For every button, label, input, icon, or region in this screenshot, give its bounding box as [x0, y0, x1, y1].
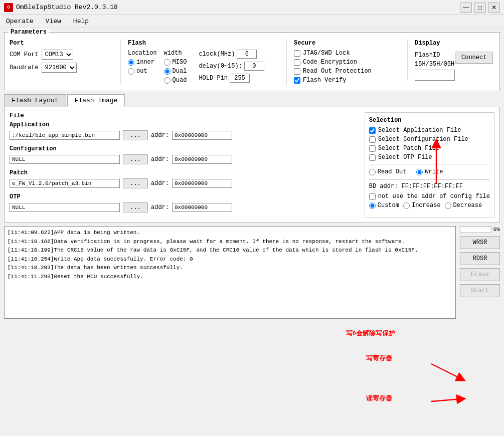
select-otp-checkbox[interactable]: [369, 154, 376, 161]
inner-radio[interactable]: [128, 59, 134, 66]
title-controls: — □ ✕: [460, 3, 500, 13]
baudrate-select[interactable]: 921600: [42, 63, 77, 73]
flashid-value: 15H/35H/05H: [415, 61, 455, 68]
out-radio[interactable]: [128, 68, 134, 75]
configuration-label: Configuration: [10, 145, 360, 152]
jtag-checkbox[interactable]: [294, 50, 300, 57]
quad-label: Quad: [173, 77, 187, 84]
custom-label: Custom: [378, 202, 399, 209]
baudrate-label: Baudrate: [10, 64, 39, 71]
connect-button[interactable]: Connect: [455, 52, 493, 64]
otp-browse[interactable]: ...: [123, 202, 148, 212]
application-browse[interactable]: ...: [123, 130, 148, 140]
select-otp-label: Select OTP File: [378, 154, 432, 161]
flashverify-checkbox[interactable]: [294, 77, 300, 84]
miso-radio[interactable]: [164, 59, 171, 66]
patch-browse[interactable]: ...: [123, 178, 148, 188]
select-app-label: Select Application File: [378, 127, 461, 134]
close-button[interactable]: ✕: [488, 3, 500, 13]
otp-path[interactable]: [10, 203, 120, 212]
read-register-annotation: 读寄存器: [366, 394, 392, 403]
menu-bar: Operate View Help: [0, 15, 504, 28]
out-radio-row: out: [128, 68, 157, 75]
out-label: out: [136, 68, 147, 75]
flash-label: Flash: [128, 40, 266, 47]
flash-inner: Location inner out width: [128, 50, 266, 84]
select-patch-checkbox[interactable]: [369, 145, 376, 152]
display-section: Display FlashID 15H/35H/05H Connect: [407, 40, 493, 81]
menu-view[interactable]: View: [44, 17, 63, 26]
selection-section: Selection Select Application File Select…: [365, 112, 494, 217]
holdpin-label: HOLD Pin: [199, 75, 228, 82]
location-group: Location inner out: [128, 50, 157, 75]
increase-label: Increase: [412, 202, 441, 209]
start-button[interactable]: Start: [460, 284, 500, 297]
secure-label: Secure: [294, 40, 387, 47]
baudrate-row: Baudrate 921600: [10, 63, 100, 73]
encrypt-checkbox[interactable]: [294, 59, 300, 66]
flashverify-row: Flash Verify: [294, 77, 387, 84]
tab-flash-layout[interactable]: Flash Layout: [4, 94, 66, 107]
delay-input[interactable]: [244, 62, 264, 71]
configuration-path[interactable]: [10, 155, 120, 164]
minimize-button[interactable]: —: [460, 3, 472, 13]
select-patch-label: Select Patch File: [378, 145, 439, 152]
quad-radio[interactable]: [164, 77, 171, 84]
width-label: width: [164, 50, 187, 57]
select-config-row: Select Configuration File: [369, 136, 490, 143]
configuration-browse[interactable]: ...: [123, 154, 148, 164]
title-bar-left: O OmBleIspStudio Rev2.0.3.18: [4, 3, 118, 12]
increase-radio[interactable]: [403, 202, 410, 209]
tab-flash-image[interactable]: Flash Image: [67, 94, 125, 107]
tabs-container: Flash Layout Flash Image: [4, 94, 500, 107]
select-config-checkbox[interactable]: [369, 136, 376, 143]
location-label: Location: [128, 50, 157, 57]
otp-addr[interactable]: [172, 203, 232, 212]
right-panel: 0% WRSR RDSR Erase Start: [460, 226, 500, 319]
com-port-select[interactable]: COM13: [42, 50, 73, 60]
write-radio[interactable]: [416, 169, 423, 175]
configuration-row: ... addr:: [10, 154, 360, 164]
patch-addr[interactable]: [172, 179, 232, 188]
clock-input[interactable]: [237, 50, 257, 59]
otp-addr-label: addr:: [151, 204, 169, 211]
dual-label: Dual: [173, 68, 187, 75]
custom-radio[interactable]: [369, 202, 376, 209]
maximize-button[interactable]: □: [474, 3, 486, 13]
flashverify-label: Flash Verify: [303, 77, 346, 84]
jtag-label: JTAG/SWD Lock: [303, 50, 350, 57]
not-use-checkbox[interactable]: [369, 193, 376, 200]
bd-addr-value: FF:FF:FF:FF:FF:FF: [402, 183, 463, 190]
decrease-radio[interactable]: [445, 202, 451, 209]
write-register-annotation: 写寄存器: [366, 354, 392, 363]
menu-help[interactable]: Help: [71, 17, 91, 26]
write-radio-label: Write: [425, 168, 443, 175]
menu-operate[interactable]: Operate: [4, 17, 36, 26]
port-section: Port COM Port COM13 Baudrate 921600: [10, 40, 100, 76]
delay-label: delay(0~15):: [199, 63, 242, 70]
dual-radio[interactable]: [164, 68, 171, 75]
erase-button[interactable]: Erase: [460, 268, 500, 281]
encrypt-row: Code Encryption: [294, 59, 387, 66]
holdpin-input[interactable]: [230, 74, 250, 83]
readout-checkbox[interactable]: [294, 68, 300, 75]
jtag-row: JTAG/SWD Lock: [294, 50, 387, 57]
log-area[interactable]: [11:41:09.622]APP data is being written.…: [4, 226, 456, 319]
application-addr[interactable]: [172, 131, 232, 140]
readout-radio-row: Read Out: [369, 168, 407, 175]
otp-row: ... addr:: [10, 202, 360, 212]
application-path[interactable]: [10, 131, 120, 140]
rdsr-button[interactable]: RDSR: [460, 252, 500, 265]
inner-radio-row: inner: [128, 59, 157, 66]
select-app-checkbox[interactable]: [369, 127, 376, 134]
wrsr-button[interactable]: WRSR: [460, 236, 500, 249]
patch-path[interactable]: [10, 179, 120, 188]
display-label: Display: [415, 40, 493, 47]
flash-section: Flash Location inner out: [120, 40, 266, 84]
write-radio-row: Write: [416, 168, 443, 175]
write-protect-annotation: 写0会解除写保护: [346, 329, 395, 338]
select-config-label: Select Configuration File: [378, 136, 468, 143]
configuration-addr[interactable]: [172, 155, 232, 164]
readout-radio[interactable]: [369, 169, 376, 175]
com-port-label: COM Port: [10, 51, 39, 58]
